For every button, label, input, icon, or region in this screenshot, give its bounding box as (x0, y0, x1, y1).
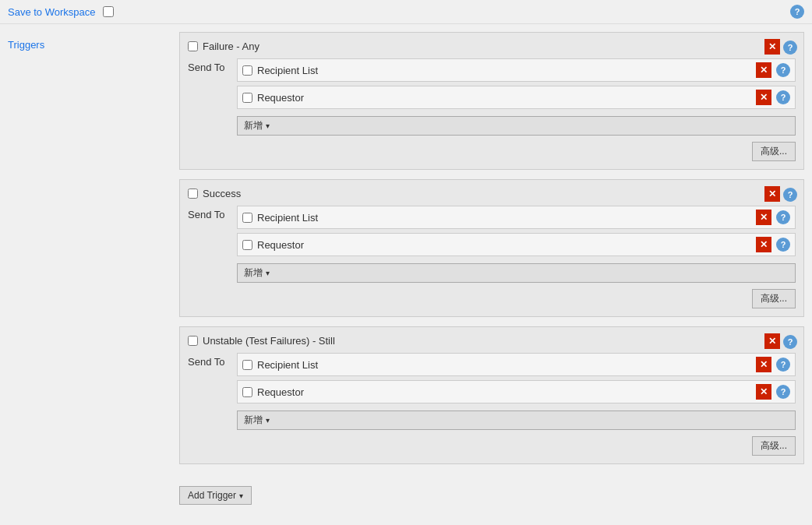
recipient-remove-button-success-1[interactable]: ✕ (756, 237, 771, 252)
top-help-icon[interactable]: ? (790, 5, 804, 19)
advanced-row-unstable: 高级... (188, 436, 796, 456)
trigger-title-success: Success (203, 188, 241, 199)
list-item: Requestor✕? (237, 86, 796, 109)
recipient-label-unstable-0: Recipient List (257, 359, 751, 371)
recipient-label-failure-0: Recipient List (257, 65, 751, 76)
add-label-unstable: 新增 (244, 414, 263, 427)
recipient-remove-button-unstable-0[interactable]: ✕ (756, 357, 771, 372)
add-dropdown-arrow-failure: ▾ (266, 122, 270, 130)
recipient-checkbox-success-0[interactable] (242, 213, 252, 223)
recipient-checkbox-unstable-0[interactable] (242, 360, 252, 370)
add-button-success[interactable]: 新增▾ (237, 263, 796, 283)
trigger-title-failure: Failure - Any (203, 41, 259, 52)
add-dropdown-arrow-unstable: ▾ (266, 416, 270, 425)
trigger-help-icon-failure[interactable]: ? (783, 41, 797, 55)
trigger-help-icon-success[interactable]: ? (783, 188, 797, 202)
save-to-workspace-link[interactable]: Save to Workspace (8, 6, 95, 18)
recipients-list-failure: Recipient List✕?Requestor✕?新增▾ (237, 58, 796, 136)
recipient-remove-button-failure-1[interactable]: ✕ (756, 90, 771, 105)
add-dropdown-arrow-success: ▾ (266, 269, 270, 277)
save-checkbox[interactable] (103, 6, 114, 17)
add-trigger-dropdown-arrow: ▾ (239, 492, 243, 500)
recipient-label-unstable-1: Requestor (257, 386, 751, 398)
send-to-row-failure: Send ToRecipient List✕?Requestor✕?新增▾ (188, 58, 796, 136)
trigger-checkbox-success[interactable] (188, 189, 198, 199)
list-item: Requestor✕? (237, 233, 796, 256)
trigger-block-failure: Failure - Any✕?Send ToRecipient List✕?Re… (179, 32, 804, 170)
recipient-checkbox-failure-1[interactable] (242, 93, 252, 103)
advanced-row-success: 高级... (188, 289, 796, 308)
recipient-help-icon-unstable-0[interactable]: ? (776, 358, 790, 372)
recipients-list-success: Recipient List✕?Requestor✕?新增▾ (237, 206, 796, 283)
recipient-checkbox-failure-0[interactable] (242, 65, 252, 76)
top-bar: Save to Workspace ? (0, 0, 812, 24)
recipient-help-icon-success-1[interactable]: ? (776, 238, 790, 252)
recipient-label-success-1: Requestor (257, 239, 751, 251)
trigger-checkbox-unstable[interactable] (188, 336, 198, 346)
send-to-label-failure: Send To (188, 58, 231, 73)
list-item: Recipient List✕? (237, 353, 796, 376)
recipient-help-icon-failure-0[interactable]: ? (776, 63, 790, 77)
trigger-header-success: Success (188, 188, 796, 199)
trigger-remove-button-unstable[interactable]: ✕ (764, 333, 780, 349)
sidebar-triggers-link[interactable]: Triggers (8, 39, 44, 51)
trigger-block-success: Success✕?Send ToRecipient List✕?Requesto… (179, 179, 804, 317)
trigger-remove-button-success[interactable]: ✕ (764, 186, 780, 202)
recipients-list-unstable: Recipient List✕?Requestor✕?新增▾ (237, 353, 796, 430)
trigger-help-icon-unstable[interactable]: ? (783, 335, 797, 349)
add-label-success: 新增 (244, 266, 263, 280)
recipient-help-icon-success-0[interactable]: ? (776, 210, 790, 224)
add-button-failure[interactable]: 新增▾ (237, 116, 796, 136)
add-label-failure: 新增 (244, 119, 263, 132)
bottom-bar: Add Trigger▾ (171, 481, 812, 509)
left-sidebar: Triggers (0, 31, 171, 58)
advanced-button-success[interactable]: 高级... (752, 289, 796, 308)
recipient-label-success-0: Recipient List (257, 212, 751, 224)
list-item: Recipient List✕? (237, 58, 796, 82)
list-item: Recipient List✕? (237, 206, 796, 229)
add-trigger-label: Add Trigger (188, 490, 236, 501)
send-to-label-unstable: Send To (188, 353, 231, 368)
main-content: Failure - Any✕?Send ToRecipient List✕?Re… (171, 24, 812, 481)
list-item: Requestor✕? (237, 380, 796, 403)
trigger-title-unstable: Unstable (Test Failures) - Still (203, 335, 335, 347)
trigger-header-failure: Failure - Any (188, 41, 796, 52)
trigger-header-unstable: Unstable (Test Failures) - Still (188, 335, 796, 347)
recipient-remove-button-unstable-1[interactable]: ✕ (756, 384, 771, 400)
trigger-remove-button-failure[interactable]: ✕ (764, 39, 780, 55)
recipient-checkbox-unstable-1[interactable] (242, 387, 252, 397)
recipient-remove-button-success-0[interactable]: ✕ (756, 210, 771, 225)
recipient-checkbox-success-1[interactable] (242, 240, 252, 250)
send-to-label-success: Send To (188, 206, 231, 220)
recipient-help-icon-unstable-1[interactable]: ? (776, 385, 790, 399)
trigger-block-unstable: Unstable (Test Failures) - Still✕?Send T… (179, 326, 804, 464)
add-trigger-button[interactable]: Add Trigger▾ (179, 486, 252, 505)
advanced-button-unstable[interactable]: 高级... (752, 436, 796, 456)
add-button-unstable[interactable]: 新增▾ (237, 410, 796, 430)
recipient-label-failure-1: Requestor (257, 92, 751, 104)
send-to-row-unstable: Send ToRecipient List✕?Requestor✕?新增▾ (188, 353, 796, 430)
send-to-row-success: Send ToRecipient List✕?Requestor✕?新增▾ (188, 206, 796, 283)
trigger-checkbox-failure[interactable] (188, 41, 198, 51)
recipient-help-icon-failure-1[interactable]: ? (776, 90, 790, 104)
advanced-button-failure[interactable]: 高级... (752, 142, 796, 161)
advanced-row-failure: 高级... (188, 142, 796, 161)
recipient-remove-button-failure-0[interactable]: ✕ (756, 62, 771, 78)
